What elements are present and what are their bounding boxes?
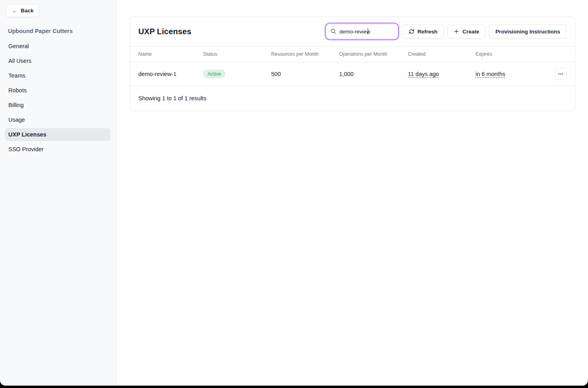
expires-cell: in 6 months [475,71,555,77]
sidebar-nav: General All Users Teams Robots Billing U… [5,40,111,158]
refresh-icon [409,29,414,34]
page-title: UXP Licenses [138,27,191,36]
expires-value[interactable]: in 6 months [475,71,505,77]
created-cell: 11 days ago [408,71,475,77]
refresh-button[interactable]: Refresh [402,24,444,39]
create-button-label: Create [462,29,479,35]
card-header: UXP Licenses Refresh [130,17,575,47]
sidebar-item-teams[interactable]: Teams [5,69,111,82]
sidebar-item-sso-provider[interactable]: SSO Provider [5,143,111,156]
search-field-wrap [326,24,398,39]
license-name: demo-review-1 [138,71,203,77]
column-header-operations: Operations per Month [339,51,408,57]
settings-sidebar: ← Back Upbound Paper Cutters General All… [0,0,116,386]
resources-per-month-value: 500 [271,71,339,77]
search-icon [330,28,336,36]
refresh-button-label: Refresh [417,29,437,35]
toolbar: Refresh Create Provisioning Instructions [326,24,567,39]
search-input[interactable] [326,24,398,39]
table-row: demo-review-1 Active 500 1,000 11 days a… [130,62,575,86]
plus-icon [454,29,459,34]
sidebar-item-robots[interactable]: Robots [5,84,111,97]
column-header-created: Created [408,51,475,57]
provisioning-instructions-button[interactable]: Provisioning Instructions [489,24,567,39]
table-header-row: Name Status Resources per Month Operatio… [130,47,575,62]
back-button-label: Back [21,8,33,14]
sidebar-item-general[interactable]: General [5,40,111,53]
text-caret [368,28,369,35]
status-cell: Active [203,70,271,78]
sidebar-item-usage[interactable]: Usage [5,113,111,126]
provisioning-instructions-label: Provisioning Instructions [495,29,560,35]
row-actions-button[interactable] [555,68,567,80]
sidebar-item-all-users[interactable]: All Users [5,55,111,67]
ellipsis-icon [558,73,563,75]
uxp-licenses-card: UXP Licenses Refresh [130,16,575,111]
column-header-expires: Expires [475,51,555,57]
back-arrow-icon: ← [12,8,17,14]
column-header-resources: Resources per Month [271,51,339,57]
created-value[interactable]: 11 days ago [408,71,439,77]
results-summary: Showing 1 to 1 of 1 results [130,86,575,111]
sidebar-item-uxp-licenses[interactable]: UXP Licenses [5,128,111,141]
sidebar-item-billing[interactable]: Billing [5,99,111,111]
app-window: ← Back Upbound Paper Cutters General All… [0,0,588,386]
column-header-status: Status [203,51,271,57]
org-name-heading: Upbound Paper Cutters [8,28,73,34]
create-button[interactable]: Create [447,24,485,39]
back-button[interactable]: ← Back [6,4,40,17]
operations-per-month-value: 1,000 [339,71,408,77]
main-content: UXP Licenses Refresh [116,0,588,386]
column-header-name: Name [138,51,203,57]
status-badge: Active [203,70,225,78]
